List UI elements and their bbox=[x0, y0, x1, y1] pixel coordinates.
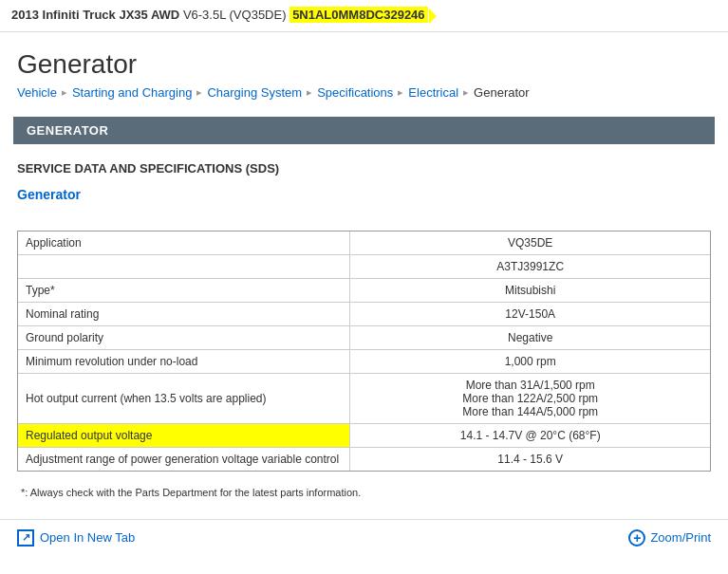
vin-arrow-icon bbox=[429, 9, 437, 24]
breadcrumb-electrical[interactable]: Electrical bbox=[408, 85, 458, 100]
table-row-value-3: 12V-150A bbox=[350, 302, 710, 325]
breadcrumb-sep-5: ▸ bbox=[463, 86, 469, 99]
open-new-tab-button[interactable]: ↗ Open In New Tab bbox=[17, 529, 135, 546]
table-row-value-7: 14.1 - 14.7V @ 20°C (68°F) bbox=[350, 423, 710, 447]
content-area: SERVICE DATA AND SPECIFICATIONS (SDS) Ge… bbox=[0, 150, 728, 509]
table-row-value-8: 11.4 - 15.6 V bbox=[350, 447, 710, 471]
table-row-label-2: Type* bbox=[18, 278, 350, 302]
table-row-value-6: More than 31A/1,500 rpm More than 122A/2… bbox=[350, 373, 710, 423]
zoom-icon: + bbox=[628, 529, 645, 546]
breadcrumb-sep-3: ▸ bbox=[307, 86, 312, 99]
page-footer: ↗ Open In New Tab + Zoom/Print bbox=[0, 519, 728, 556]
breadcrumb: Vehicle ▸ Starting and Charging ▸ Chargi… bbox=[0, 85, 728, 111]
table-row-label-7: Regulated output voltage bbox=[18, 423, 350, 447]
breadcrumb-charging-system[interactable]: Charging System bbox=[207, 85, 302, 100]
spec-table: ApplicationVQ35DEA3TJ3991ZCType*Mitsubis… bbox=[18, 231, 710, 471]
table-row-label-0: Application bbox=[18, 231, 350, 255]
breadcrumb-specifications[interactable]: Specifications bbox=[317, 85, 393, 100]
table-row-value-5: 1,000 rpm bbox=[350, 349, 710, 373]
open-tab-icon: ↗ bbox=[17, 529, 34, 546]
breadcrumb-current: Generator bbox=[474, 85, 530, 100]
table-row-value-4: Negative bbox=[350, 325, 710, 349]
open-tab-label: Open In New Tab bbox=[40, 530, 135, 545]
sds-title: SERVICE DATA AND SPECIFICATIONS (SDS) bbox=[17, 161, 711, 176]
breadcrumb-vehicle[interactable]: Vehicle bbox=[17, 85, 57, 100]
vin-badge: 5N1AL0MM8DC329246 bbox=[289, 7, 427, 23]
table-row-label-5: Minimum revolution under no-load bbox=[18, 349, 350, 373]
table-row-label-8: Adjustment range of power generation vol… bbox=[18, 447, 350, 471]
generator-link[interactable]: Generator bbox=[17, 187, 81, 202]
table-row-label-6: Hot output current (when 13.5 volts are … bbox=[18, 373, 350, 423]
spec-table-wrapper: ApplicationVQ35DEA3TJ3991ZCType*Mitsubis… bbox=[17, 231, 711, 472]
vehicle-header: 2013 Infiniti Truck JX35 AWD V6-3.5L (VQ… bbox=[0, 0, 728, 32]
page-title: Generator bbox=[0, 32, 728, 85]
vehicle-engine: V6-3.5L (VQ35DE) bbox=[183, 8, 287, 22]
table-row-label-1 bbox=[18, 254, 350, 278]
breadcrumb-sep-2: ▸ bbox=[196, 86, 202, 99]
table-row-value-2: Mitsubishi bbox=[350, 278, 710, 302]
table-row-value-0: VQ35DE bbox=[350, 231, 710, 255]
section-header: GENERATOR bbox=[13, 117, 715, 144]
breadcrumb-starting-charging[interactable]: Starting and Charging bbox=[72, 85, 192, 100]
zoom-print-button[interactable]: + Zoom/Print bbox=[628, 529, 711, 546]
table-row-label-4: Ground polarity bbox=[18, 325, 350, 349]
breadcrumb-sep-1: ▸ bbox=[62, 86, 67, 99]
vehicle-name: 2013 Infiniti Truck JX35 AWD bbox=[11, 8, 179, 22]
breadcrumb-sep-4: ▸ bbox=[398, 86, 403, 99]
zoom-label: Zoom/Print bbox=[650, 530, 711, 545]
table-footnote: *: Always check with the Parts Departmen… bbox=[17, 487, 711, 498]
table-row-label-3: Nominal rating bbox=[18, 302, 350, 325]
table-row-value-1: A3TJ3991ZC bbox=[350, 254, 710, 278]
